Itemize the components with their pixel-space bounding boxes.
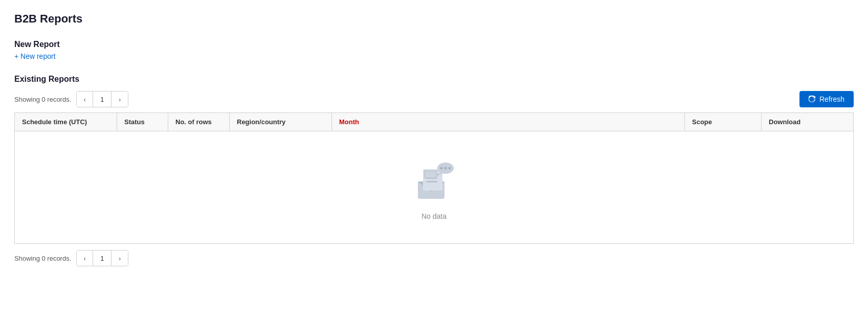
- svg-point-12: [449, 167, 451, 169]
- col-header-schedule: Schedule time (UTC): [15, 113, 117, 131]
- page-number-top: 1: [93, 91, 112, 107]
- controls-left-top: Showing 0 records. ‹ 1 ›: [14, 91, 128, 107]
- col-header-status: Status: [117, 113, 168, 131]
- table-body: No data: [15, 131, 854, 244]
- page-container: B2B Reports New Report + New report Exis…: [0, 0, 868, 279]
- pagination-top: ‹ 1 ›: [76, 91, 128, 107]
- existing-reports-title: Existing Reports: [14, 75, 854, 84]
- no-data-label: No data: [421, 212, 447, 220]
- svg-rect-5: [426, 181, 437, 182]
- new-report-link[interactable]: + New report: [14, 52, 56, 60]
- col-header-download: Download: [762, 113, 854, 131]
- table-controls-bottom: Showing 0 records. ‹ 1 ›: [14, 250, 854, 266]
- chevron-left-icon: ‹: [84, 96, 86, 103]
- page-number-bottom: 1: [93, 250, 112, 266]
- col-header-rows: No. of rows: [168, 113, 230, 131]
- records-label-top: Showing 0 records.: [14, 96, 71, 103]
- empty-state-row: No data: [15, 131, 854, 244]
- pagination-bottom: ‹ 1 ›: [76, 250, 128, 266]
- prev-page-button-top[interactable]: ‹: [77, 91, 93, 107]
- chevron-right-icon: ›: [119, 96, 121, 103]
- refresh-button[interactable]: Refresh: [799, 91, 854, 107]
- prev-page-button-bottom[interactable]: ‹: [77, 250, 93, 266]
- page-title: B2B Reports: [14, 12, 854, 26]
- table-header: Schedule time (UTC) Status No. of rows R…: [15, 113, 854, 131]
- svg-point-11: [444, 167, 447, 169]
- chevron-left-icon-bottom: ‹: [84, 255, 86, 262]
- col-header-scope: Scope: [685, 113, 762, 131]
- next-page-button-bottom[interactable]: ›: [112, 250, 128, 266]
- svg-rect-7: [425, 171, 436, 177]
- records-label-bottom: Showing 0 records.: [14, 255, 71, 262]
- existing-reports-section: Existing Reports Showing 0 records. ‹ 1 …: [14, 75, 854, 266]
- empty-state-cell: No data: [15, 131, 854, 244]
- next-page-button-top[interactable]: ›: [112, 91, 128, 107]
- col-header-region: Region/country: [230, 113, 332, 131]
- no-data-illustration: [409, 155, 460, 206]
- svg-point-10: [440, 167, 442, 169]
- table-controls-top: Showing 0 records. ‹ 1 › Refr: [14, 91, 854, 107]
- reports-table: Schedule time (UTC) Status No. of rows R…: [14, 112, 854, 244]
- new-report-section: New Report + New report: [14, 40, 854, 60]
- col-header-month: Month: [332, 113, 685, 131]
- new-report-title: New Report: [14, 40, 854, 49]
- no-data-container: No data: [22, 155, 846, 220]
- refresh-button-label: Refresh: [819, 95, 844, 103]
- refresh-icon: [809, 96, 816, 103]
- table-header-row: Schedule time (UTC) Status No. of rows R…: [15, 113, 854, 131]
- chevron-right-icon-bottom: ›: [119, 255, 121, 262]
